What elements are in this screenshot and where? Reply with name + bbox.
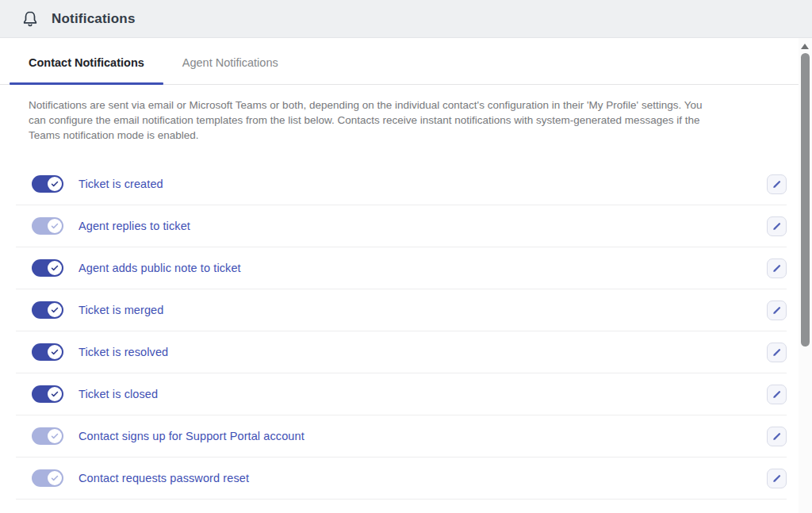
notification-row: Ticket is closed	[16, 373, 787, 415]
toggle-knob-check-icon	[48, 303, 62, 317]
notification-label: Agent adds public note to ticket	[79, 262, 241, 274]
edit-button[interactable]	[767, 427, 787, 446]
toggle-knob-check-icon	[48, 177, 62, 191]
pencil-icon	[772, 431, 782, 442]
notification-toggle[interactable]	[32, 301, 63, 319]
notification-row: Contact requests password reset	[16, 457, 787, 500]
tab-contact-notifications[interactable]: Contact Notifications	[10, 56, 163, 84]
tab-agent-notifications[interactable]: Agent Notifications	[163, 56, 297, 84]
edit-button[interactable]	[767, 343, 787, 362]
notification-toggle[interactable]	[32, 217, 63, 235]
notification-toggle[interactable]	[32, 175, 63, 193]
pencil-icon	[772, 389, 782, 400]
tab-bar: Contact NotificationsAgent Notifications	[0, 38, 812, 85]
toggle-knob-check-icon	[48, 387, 62, 401]
edit-button[interactable]	[767, 216, 787, 236]
notification-row: Agent adds public note to ticket	[16, 247, 787, 289]
page-header: Notifications	[0, 0, 812, 38]
notification-toggle[interactable]	[32, 385, 63, 403]
edit-button[interactable]	[767, 258, 787, 278]
toggle-knob-check-icon	[48, 345, 62, 359]
toggle-knob-check-icon	[48, 429, 62, 443]
notification-row: Ticket is created	[16, 163, 787, 205]
notification-label: Ticket is created	[79, 178, 163, 190]
scrollbar-thumb[interactable]	[801, 53, 810, 346]
pencil-icon	[772, 347, 782, 358]
page-title: Notifications	[52, 11, 136, 27]
scrollbar[interactable]	[799, 38, 812, 513]
notification-toggle[interactable]	[32, 259, 63, 277]
pencil-icon	[772, 263, 782, 274]
notification-row: Ticket is merged	[16, 289, 787, 331]
edit-button[interactable]	[767, 385, 787, 404]
notification-toggle[interactable]	[32, 343, 63, 361]
notification-toggle[interactable]	[32, 469, 63, 487]
toggle-knob-check-icon	[48, 219, 62, 233]
notification-label: Ticket is merged	[79, 304, 163, 316]
notification-row: Agent replies to ticket	[16, 205, 787, 247]
edit-button[interactable]	[767, 469, 787, 488]
notification-label: Contact signs up for Support Portal acco…	[79, 430, 304, 442]
description-text: Notifications are sent via email or Micr…	[29, 98, 720, 143]
notification-label: Contact requests password reset	[79, 472, 249, 484]
notification-toggle[interactable]	[32, 427, 63, 445]
edit-button[interactable]	[767, 174, 787, 194]
notification-label: Agent replies to ticket	[79, 220, 190, 232]
scrollbar-up-arrow[interactable]	[801, 44, 809, 49]
pencil-icon	[772, 179, 782, 190]
bell-icon	[21, 9, 40, 29]
pencil-icon	[772, 305, 782, 316]
toggle-knob-check-icon	[48, 261, 62, 275]
notification-row: Ticket is resolved	[16, 331, 787, 373]
edit-button[interactable]	[767, 301, 787, 320]
notification-label: Ticket is resolved	[79, 346, 168, 358]
toggle-knob-check-icon	[48, 471, 62, 485]
pencil-icon	[772, 473, 782, 484]
pencil-icon	[772, 221, 782, 232]
notification-list: Ticket is created Agent replies to ticke…	[16, 163, 787, 500]
notification-label: Ticket is closed	[79, 388, 158, 400]
notification-row: Contact signs up for Support Portal acco…	[16, 415, 787, 457]
